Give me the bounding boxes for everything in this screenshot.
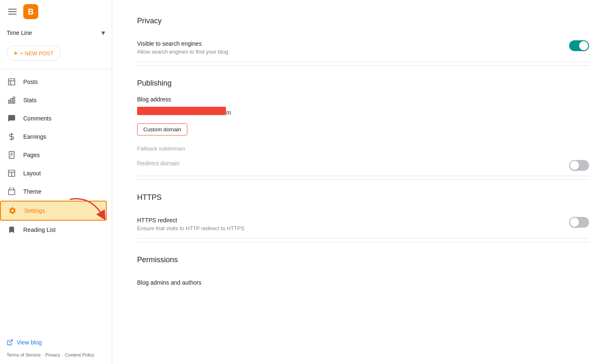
privacy-link[interactable]: Privacy xyxy=(45,352,60,357)
blogger-logo-letter: B xyxy=(28,7,34,17)
blog-address-redacted: ████████████████████ xyxy=(137,107,226,115)
sidebar-item-posts[interactable]: Posts xyxy=(0,73,108,91)
sidebar-item-earnings[interactable]: Earnings xyxy=(0,128,108,146)
sidebar-item-layout-label: Layout xyxy=(23,170,41,177)
https-redirect-toggle[interactable] xyxy=(569,217,589,228)
sidebar-item-theme[interactable]: Theme xyxy=(0,182,108,201)
posts-icon xyxy=(7,77,17,87)
fallback-subdomain-label: Fallback subdomain xyxy=(137,145,589,152)
publishing-section: Publishing Blog address ████████████████… xyxy=(137,79,589,180)
sidebar-item-settings-label: Settings xyxy=(24,207,45,214)
toggle-thumb-redirect xyxy=(570,161,579,170)
custom-domain-label: Custom domain xyxy=(143,126,181,133)
sidebar-item-pages[interactable]: Pages xyxy=(0,146,108,164)
sidebar-item-pages-label: Pages xyxy=(23,152,40,158)
sidebar-nav: Posts Stats Comments Earnings xyxy=(0,71,112,241)
blogger-logo: B xyxy=(23,4,38,19)
https-redirect-control xyxy=(569,217,589,228)
redirect-domain-toggle[interactable] xyxy=(569,160,589,171)
content-policy-link[interactable]: Content Policy xyxy=(65,352,94,357)
visible-search-engines-toggle[interactable] xyxy=(569,40,589,51)
sidebar-item-settings[interactable]: Settings xyxy=(0,201,107,221)
toggle-thumb xyxy=(579,41,588,50)
sidebar-item-comments-label: Comments xyxy=(23,115,52,122)
settings-icon xyxy=(7,206,17,216)
https-divider xyxy=(137,242,589,242)
pages-icon xyxy=(7,150,17,160)
visible-search-engines-row: Visible to search engines Allow search e… xyxy=(137,34,589,62)
visible-search-engines-info: Visible to search engines Allow search e… xyxy=(137,40,559,55)
redirect-domain-row: Redirect domain xyxy=(137,155,589,176)
svg-rect-5 xyxy=(13,97,15,103)
sidebar-item-stats-label: Stats xyxy=(23,97,37,103)
theme-icon xyxy=(7,187,17,197)
visible-search-engines-desc: Allow search engines to find your blog xyxy=(137,49,559,55)
sidebar-item-reading-list-label: Reading List xyxy=(23,226,56,233)
stats-icon xyxy=(7,95,17,105)
https-redirect-label: HTTPS redirect xyxy=(137,217,559,224)
sidebar-item-reading-list[interactable]: Reading List xyxy=(0,221,108,239)
redirect-domain-control xyxy=(569,160,589,171)
layout-icon xyxy=(7,168,17,178)
visible-search-engines-control xyxy=(569,40,589,51)
sidebar: B Time Line ▾ + + NEW POST Posts Stats xyxy=(0,0,112,364)
new-post-button[interactable]: + + NEW POST xyxy=(7,46,61,61)
https-redirect-info: HTTPS redirect Ensure that visits to HTT… xyxy=(137,217,559,231)
blog-selector[interactable]: Time Line ▾ xyxy=(0,23,112,42)
svg-rect-4 xyxy=(11,98,12,103)
sidebar-footer: View blog Terms of Service · Privacy · C… xyxy=(0,332,112,364)
view-blog-link[interactable]: View blog xyxy=(7,336,105,349)
redirect-domain-label: Redirect domain xyxy=(137,160,559,167)
svg-rect-0 xyxy=(9,79,15,85)
plus-icon: + xyxy=(14,49,17,57)
privacy-section-title: Privacy xyxy=(137,17,589,25)
https-redirect-desc: Ensure that visits to HTTP redirect to H… xyxy=(137,225,559,231)
sidebar-item-comments[interactable]: Comments xyxy=(0,109,108,128)
blog-address-suffix: m xyxy=(226,109,231,116)
terms-link[interactable]: Terms of Service xyxy=(7,352,41,357)
sidebar-item-layout[interactable]: Layout xyxy=(0,164,108,182)
svg-rect-3 xyxy=(9,100,10,103)
new-post-label: + NEW POST xyxy=(20,50,54,57)
sidebar-item-stats[interactable]: Stats xyxy=(0,91,108,109)
main-content: Privacy Visible to search engines Allow … xyxy=(112,0,614,364)
toggle-track xyxy=(569,40,589,51)
sidebar-item-theme-label: Theme xyxy=(23,188,42,195)
blog-admins-row: Blog admins and authors xyxy=(137,273,589,294)
privacy-section: Privacy Visible to search engines Allow … xyxy=(137,17,589,66)
blog-admins-label: Blog admins and authors xyxy=(137,279,589,286)
permissions-section-title: Permissions xyxy=(137,256,589,264)
earnings-icon xyxy=(7,132,17,142)
custom-domain-btn-wrapper: Custom domain xyxy=(137,123,589,140)
chevron-down-icon: ▾ xyxy=(101,28,105,37)
sidebar-divider xyxy=(0,69,112,69)
hamburger-icon[interactable] xyxy=(7,7,18,16)
https-redirect-row: HTTPS redirect Ensure that visits to HTT… xyxy=(137,210,589,239)
comments-icon xyxy=(7,113,17,123)
blog-selector-label: Time Line xyxy=(7,30,98,36)
toggle-track-redirect xyxy=(569,160,589,171)
permissions-section: Permissions Blog admins and authors xyxy=(137,256,589,294)
reading-list-icon xyxy=(7,225,17,235)
toggle-thumb-https xyxy=(570,218,579,227)
blog-admins-info: Blog admins and authors xyxy=(137,279,589,288)
visible-search-engines-label: Visible to search engines xyxy=(137,40,559,47)
publishing-divider xyxy=(137,180,589,180)
external-link-icon xyxy=(7,339,13,346)
custom-domain-button[interactable]: Custom domain xyxy=(137,123,187,135)
sidebar-item-earnings-label: Earnings xyxy=(23,133,46,140)
footer-links: Terms of Service · Privacy · Content Pol… xyxy=(7,352,105,357)
sidebar-header: B xyxy=(0,0,112,23)
blog-address-row: ████████████████████ m xyxy=(137,107,589,118)
https-section-title: HTTPS xyxy=(137,193,589,202)
blog-address-label: Blog address xyxy=(137,96,589,103)
privacy-divider xyxy=(137,65,589,66)
https-section: HTTPS HTTPS redirect Ensure that visits … xyxy=(137,193,589,242)
annotation-arrow xyxy=(112,195,115,229)
redirect-domain-info: Redirect domain xyxy=(137,160,559,168)
publishing-section-title: Publishing xyxy=(137,79,589,88)
toggle-track-https xyxy=(569,217,589,228)
sidebar-item-posts-label: Posts xyxy=(23,79,38,85)
view-blog-label: View blog xyxy=(17,339,42,346)
svg-line-14 xyxy=(10,340,12,343)
